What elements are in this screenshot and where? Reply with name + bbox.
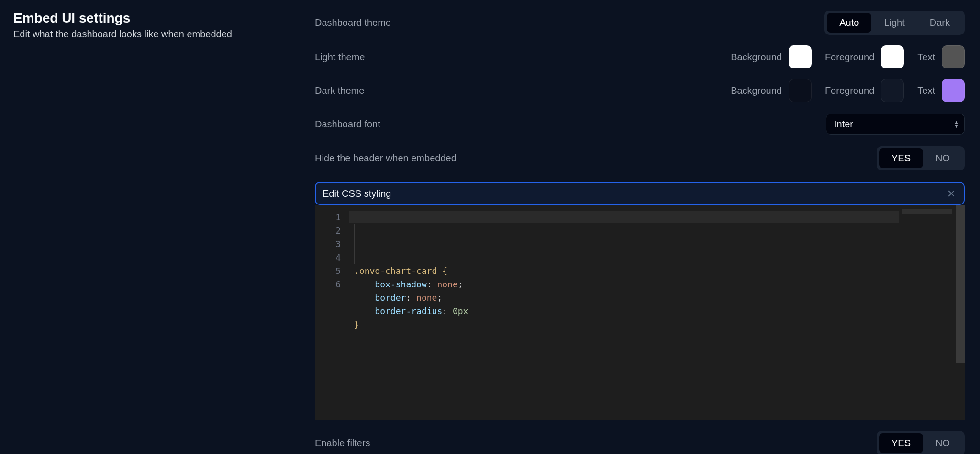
segmented-dashboard-theme: Auto Light Dark [824,11,965,35]
label-dashboard-font: Dashboard font [315,119,380,130]
theme-option-auto[interactable]: Auto [827,13,871,33]
row-dashboard-theme: Dashboard theme Auto Light Dark [315,11,965,35]
label-hide-header: Hide the header when embedded [315,153,457,164]
label-dark-foreground: Foreground [825,85,874,96]
label-dark-background: Background [731,85,782,96]
theme-option-light[interactable]: Light [871,13,917,33]
label-enable-filters: Enable filters [315,438,370,449]
swatch-light-foreground[interactable] [881,45,904,68]
swatch-light-text[interactable] [942,45,965,68]
css-editor-panel: Edit CSS styling 1 2 3 4 5 6 .onvo-cha [315,182,965,420]
hide-header-no[interactable]: NO [923,148,962,168]
css-editor-title: Edit CSS styling [323,188,391,199]
swatch-dark-text[interactable] [942,79,965,102]
label-light-foreground: Foreground [825,52,874,63]
page-title: Embed UI settings [13,11,296,26]
swatch-dark-foreground[interactable] [881,79,904,102]
code-area[interactable]: .onvo-chart-card { box-shadow: none; bor… [349,205,899,420]
row-dashboard-font: Dashboard font Inter ▲▼ [315,113,965,136]
label-dark-theme: Dark theme [315,85,364,96]
row-hide-header: Hide the header when embedded YES NO [315,146,965,170]
row-enable-filters: Enable filters YES NO [315,431,965,454]
segmented-hide-header: YES NO [877,146,965,170]
css-editor-header[interactable]: Edit CSS styling [315,182,965,205]
label-dark-text: Text [917,85,935,96]
label-dashboard-theme: Dashboard theme [315,17,391,28]
close-icon[interactable] [946,188,957,199]
enable-filters-no[interactable]: NO [923,433,962,453]
page-subtitle: Edit what the dashboard looks like when … [13,29,296,40]
theme-option-dark[interactable]: Dark [917,13,962,33]
select-dashboard-font[interactable]: Inter [826,114,965,135]
row-light-theme: Light theme Background Foreground Text [315,45,965,68]
label-light-theme: Light theme [315,52,365,63]
code-gutter: 1 2 3 4 5 6 [315,205,349,420]
css-editor-body[interactable]: 1 2 3 4 5 6 .onvo-chart-card { box-shado… [315,205,965,420]
label-light-background: Background [731,52,782,63]
code-scrollbar[interactable] [956,205,965,420]
swatch-dark-background[interactable] [789,79,812,102]
row-dark-theme: Dark theme Background Foreground Text [315,79,965,102]
label-light-text: Text [917,52,935,63]
segmented-enable-filters: YES NO [877,431,965,454]
swatch-light-background[interactable] [789,45,812,68]
enable-filters-yes[interactable]: YES [879,433,923,453]
code-minimap[interactable] [899,205,956,420]
hide-header-yes[interactable]: YES [879,148,923,168]
